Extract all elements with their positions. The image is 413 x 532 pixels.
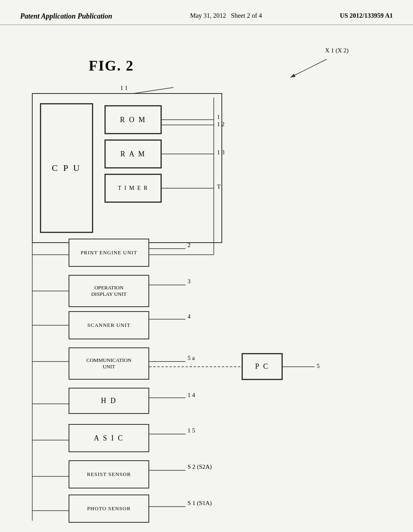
figure-label: FIG. 2 xyxy=(89,57,134,74)
ref-5a-label: 5 a xyxy=(188,355,195,362)
svg-line-8 xyxy=(133,87,173,94)
ref-T-label: T xyxy=(217,183,221,190)
ref-4-label: 4 xyxy=(188,313,191,320)
ram-box: R A M xyxy=(105,140,161,168)
patent-number-label: US 2012/133959 A1 xyxy=(340,12,393,19)
communication-box: COMMUNICATION UNIT xyxy=(69,347,149,380)
pc-box: P C xyxy=(242,353,282,380)
ref-3-label: 3 xyxy=(188,278,191,285)
date-sheet-label: May 31, 2012 Sheet 2 of 4 xyxy=(190,12,262,19)
diagram-area: FIG. 2 X 1 (X 2) xyxy=(0,25,413,525)
photo-sensor-box: PHOTO SENSOR xyxy=(69,495,149,523)
timer-box: T I M E R xyxy=(105,174,161,202)
page-header: Patent Application Publication May 31, 2… xyxy=(0,0,413,25)
cpu-box: C P U xyxy=(40,104,93,233)
x1x2-reference-label: X 1 (X 2) xyxy=(325,47,348,54)
svg-line-2 xyxy=(290,59,327,77)
ref-S1-label: S 1 (S1A) xyxy=(188,500,212,507)
ref-12-label: 1 2 xyxy=(217,121,225,128)
asic-box: A S I C xyxy=(69,424,149,452)
ref-5-label: 5 xyxy=(317,363,320,370)
ref-S2-label: S 2 (S2A) xyxy=(188,463,212,470)
ref-13-label: 1 3 xyxy=(217,149,225,156)
ref-2-label: 2 xyxy=(188,242,191,249)
diagram-lines xyxy=(0,25,413,525)
print-engine-box: PRINT ENGINE UNIT xyxy=(69,239,149,267)
hd-box: H D xyxy=(69,388,149,414)
scanner-box: SCANNER UNIT xyxy=(69,311,149,339)
rom-box: R O M xyxy=(105,106,161,134)
operation-display-box: OPERATION DISPLAY UNIT xyxy=(69,275,149,307)
ref-15-label: 1 5 xyxy=(188,427,195,434)
ref-11-label: 1 1 xyxy=(120,85,128,91)
ref-14-label: 1 4 xyxy=(188,392,195,399)
ref-1-label: 1 xyxy=(217,114,220,121)
publication-label: Patent Application Publication xyxy=(20,12,112,21)
resist-sensor-box: RESIST SENSOR xyxy=(69,460,149,488)
